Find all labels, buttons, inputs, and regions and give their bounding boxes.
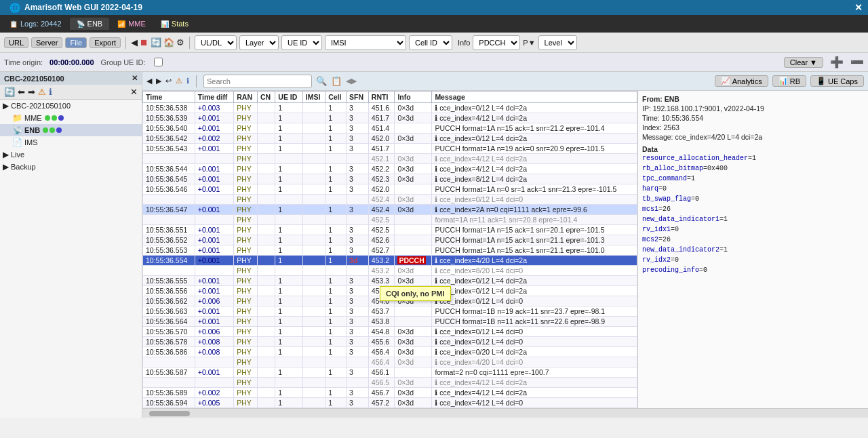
tab-mme[interactable]: 📶MME xyxy=(111,18,153,30)
nav-back-icon[interactable]: ◀ xyxy=(146,77,152,85)
tab-enb[interactable]: 📡ENB xyxy=(70,18,110,30)
icon-stop[interactable]: ⏹ xyxy=(140,37,149,47)
sidebar-forward-icon[interactable]: ➡ xyxy=(28,87,35,97)
table-row[interactable]: 10:55:36.586 +0.008 PHY 1 1 3 456.4 0×3d… xyxy=(143,347,637,357)
level-select[interactable]: Level xyxy=(538,35,577,50)
clear-button[interactable]: Clear ▼ xyxy=(784,57,823,68)
table-row[interactable]: PHY 453.2 0×3d ℹ cce_index=8/20 L=4 dci=… xyxy=(143,266,637,276)
uecaps-button[interactable]: 📱 UE Caps xyxy=(810,75,864,87)
table-row[interactable]: 10:55:36.542 +0.002 PHY 1 1 3 452.0 0×3d… xyxy=(143,134,637,144)
rb-button[interactable]: 📊 RB xyxy=(772,75,806,87)
table-row[interactable]: 10:55:36.578 +0.008 PHY 1 1 3 455.6 0×3d… xyxy=(143,337,637,347)
sidebar-back-icon[interactable]: ⬅ xyxy=(18,87,25,97)
table-row[interactable]: 10:55:36.553 +0.001 PHY 1 1 3 452.7 PUCC… xyxy=(143,245,637,256)
uldl-select[interactable]: UL/DL xyxy=(195,35,237,50)
cell-time: 10:55:36.540 xyxy=(143,123,195,134)
sidebar-refresh-icon[interactable]: 🔄 xyxy=(4,87,15,97)
table-row[interactable]: 10:55:36.543 +0.001 PHY 1 1 3 451.7 PUCC… xyxy=(143,144,637,154)
table-row[interactable]: 10:55:36.556 +0.001 PHY 1 1 3 453.4 0×3d… xyxy=(143,286,637,296)
tab-logs[interactable]: 📋Logs: 20442 xyxy=(3,18,68,30)
cell-imsi xyxy=(302,225,325,235)
ueid-select[interactable]: UE ID xyxy=(281,35,322,50)
table-row[interactable]: 10:55:36.595 +0.001 PHY 1 1 3 456.9 PUCC… xyxy=(143,408,637,409)
icon-settings[interactable]: ⚙ xyxy=(176,37,184,47)
col-message[interactable]: Message xyxy=(432,92,637,103)
table-row[interactable]: 10:55:36.562 +0.006 PHY 1 1 3 454.0 0×3d… xyxy=(143,296,637,306)
sidebar-item-ims[interactable]: 📄 IMS xyxy=(0,136,142,148)
cell-ran: PHY xyxy=(234,317,258,327)
imsi-select[interactable]: IMSI xyxy=(325,35,406,50)
cell-timediff xyxy=(195,195,233,205)
server-button[interactable]: Server xyxy=(31,37,62,48)
col-sfn[interactable]: SFN xyxy=(347,92,369,103)
app-title: Amarisoft Web GUI 2022-04-19 xyxy=(24,3,142,12)
analytics-button[interactable]: 📈 Analytics xyxy=(715,75,768,87)
table-row[interactable]: PHY 456.5 0×3d ℹ cce_index=4/12 L=4 dci=… xyxy=(143,378,637,388)
table-row[interactable]: 10:55:36.545 +0.001 PHY 1 1 3 452.3 0×3d… xyxy=(143,174,637,184)
table-row[interactable]: 10:55:36.564 +0.001 PHY 1 1 3 453.8 PUCC… xyxy=(143,317,637,327)
sidebar-close2-icon[interactable]: ✕ xyxy=(130,87,138,97)
close-button[interactable]: ✕ xyxy=(854,2,863,13)
table-row[interactable]: 10:55:36.546 +0.001 PHY 1 1 3 452.0 PUCC… xyxy=(143,184,637,195)
table-row[interactable]: 10:55:36.544 +0.001 PHY 1 1 3 452.2 0×3d… xyxy=(143,164,637,174)
col-imsi[interactable]: IMSI xyxy=(302,92,325,103)
col-timediff[interactable]: Time diff xyxy=(195,92,233,103)
table-row[interactable]: 10:55:36.570 +0.006 PHY 1 1 3 454.8 0×3d… xyxy=(143,327,637,337)
table-row[interactable]: 10:55:36.587 +0.001 PHY 1 1 3 456.1 form… xyxy=(143,367,637,378)
table-row[interactable]: 10:55:36.563 +0.001 PHY 1 1 3 453.7 PUCC… xyxy=(143,306,637,317)
sidebar-title-label: CBC-2021050100 xyxy=(4,75,64,83)
p-button[interactable]: P▼ xyxy=(523,39,535,47)
col-info[interactable]: Info xyxy=(395,92,432,103)
icon-home[interactable]: 🏠 xyxy=(163,37,174,47)
layer-select[interactable]: Layer xyxy=(239,35,279,50)
nav-forward-icon[interactable]: ▶ xyxy=(156,77,161,85)
sidebar-item-mme[interactable]: 📁 MME xyxy=(0,112,142,124)
scrollbar-area[interactable] xyxy=(142,408,868,418)
export-button[interactable]: Export xyxy=(90,37,121,48)
col-time[interactable]: Time xyxy=(143,92,195,103)
table-row[interactable]: PHY 452.5 format=1A n=11 ack=1 snr=20.8 … xyxy=(143,215,637,225)
sidebar-item-enb[interactable]: 📡 ENB xyxy=(0,124,142,136)
table-row[interactable]: PHY 452.4 0×3d ℹ cce_index=0/12 L=4 dci=… xyxy=(143,195,637,205)
nav-jump-icon[interactable]: ↩ xyxy=(165,77,172,85)
table-row[interactable]: PHY 456.4 0×3d ℹ cce_index=4/20 L=4 dci=… xyxy=(143,357,637,367)
cell-info xyxy=(395,408,432,409)
col-cell[interactable]: Cell xyxy=(326,92,347,103)
cell-ran: PHY xyxy=(234,174,258,184)
table-row[interactable]: 10:55:36.589 +0.002 PHY 1 1 3 456.7 0×3d… xyxy=(143,388,637,398)
pdcch-select[interactable]: PDCCH xyxy=(473,35,520,50)
search-input[interactable] xyxy=(203,75,312,88)
table-row[interactable]: 10:55:36.594 +0.005 PHY 1 1 3 457.2 0×3d… xyxy=(143,398,637,408)
cell-time xyxy=(143,266,195,276)
table-row[interactable]: 10:55:36.547 +0.001 PHY 1 1 3 452.4 0×3d… xyxy=(143,205,637,215)
col-ueid[interactable]: UE ID xyxy=(275,92,302,103)
table-row[interactable]: 10:55:36.554 +0.001 PHY 1 1 3d 453.2 PDC… xyxy=(143,256,637,266)
sidebar-item-cbc[interactable]: ▶ CBC-2021050100 xyxy=(0,100,142,112)
add-icon[interactable]: ➕ xyxy=(830,56,844,68)
cell-cn xyxy=(257,306,275,317)
minus-icon[interactable]: ➖ xyxy=(850,56,864,68)
table-row[interactable]: 10:55:36.555 +0.001 PHY 1 1 3 453.3 0×3d… xyxy=(143,276,637,286)
table-row[interactable]: 10:55:36.539 +0.001 PHY 1 1 3 451.7 0×3d… xyxy=(143,113,637,123)
col-cn[interactable]: CN xyxy=(257,92,275,103)
table-row[interactable]: 10:55:36.538 +0.003 PHY 1 1 3 451.6 0×3d… xyxy=(143,103,637,113)
table-row[interactable]: PHY 452.1 0×3d ℹ cce_index=4/12 L=4 dci=… xyxy=(143,154,637,164)
group-ueid-checkbox[interactable] xyxy=(154,58,163,66)
table-row[interactable]: 10:55:36.552 +0.001 PHY 1 1 3 452.6 PUCC… xyxy=(143,235,637,245)
copy-icon[interactable]: 📋 xyxy=(331,76,342,86)
cellid-select[interactable]: Cell ID xyxy=(409,35,452,50)
scroll-thumb[interactable] xyxy=(149,411,190,416)
icon-refresh[interactable]: 🔄 xyxy=(151,37,161,47)
col-ran[interactable]: RAN xyxy=(234,92,258,103)
file-button[interactable]: File xyxy=(65,37,87,48)
table-row[interactable]: 10:55:36.540 +0.001 PHY 1 1 3 451.4 PUCC… xyxy=(143,123,637,134)
sidebar-close-icon[interactable]: ✕ xyxy=(132,74,138,83)
sidebar-item-backup[interactable]: ▶ Backup xyxy=(0,161,142,173)
icon-prev[interactable]: ◀ xyxy=(131,37,138,47)
sidebar-item-live[interactable]: ▶ Live xyxy=(0,148,142,161)
table-row[interactable]: 10:55:36.551 +0.001 PHY 1 1 3 452.5 PUCC… xyxy=(143,225,637,235)
url-button[interactable]: URL xyxy=(4,37,28,48)
col-rnti[interactable]: RNTI xyxy=(368,92,395,103)
tab-stats[interactable]: 📊Stats xyxy=(154,18,195,30)
search-icon[interactable]: 🔍 xyxy=(316,76,327,86)
